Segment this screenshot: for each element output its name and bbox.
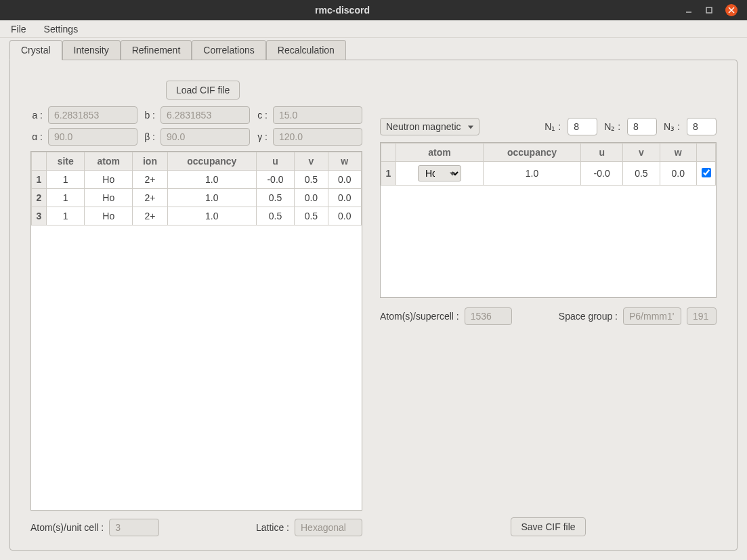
svg-rect-1 <box>706 7 712 13</box>
space-group-label: Space group : <box>559 311 618 322</box>
tab-panel-crystal: Load CIF file a : b : c : α : β : <box>9 60 738 551</box>
c-label: c : <box>255 110 268 121</box>
col-v: v <box>295 152 328 171</box>
space-group-field <box>623 307 681 325</box>
a-field <box>48 106 137 124</box>
save-cif-button[interactable]: Save CIF file <box>511 517 585 536</box>
n3-label: N₃ : <box>664 121 680 132</box>
tab-bar: Crystal Intensity Refinement Correlation… <box>9 38 738 60</box>
b-field <box>161 106 250 124</box>
lattice-field <box>295 519 362 536</box>
space-group-num-field <box>687 307 717 325</box>
col2-occupancy: occupancy <box>483 144 580 162</box>
col2-atom: atom <box>396 144 484 162</box>
n2-field[interactable] <box>627 118 657 135</box>
col-w: w <box>328 152 361 171</box>
atoms-unit-field <box>109 519 159 536</box>
menu-file[interactable]: File <box>7 22 30 36</box>
col2-w: w <box>660 144 696 162</box>
col-atom: atom <box>85 152 133 171</box>
alpha-label: α : <box>30 131 43 142</box>
table-row[interactable]: 11Ho2+1.0-0.00.50.0 <box>32 171 362 189</box>
table-row[interactable]: 21Ho2+1.00.50.00.0 <box>32 189 362 207</box>
close-icon[interactable] <box>725 4 738 16</box>
n1-field[interactable] <box>568 118 597 135</box>
window-title: rmc-discord <box>0 5 685 16</box>
tab-recalculation[interactable]: Recalculation <box>266 40 346 60</box>
minimize-icon[interactable] <box>685 6 693 14</box>
tab-refinement[interactable]: Refinement <box>121 40 192 60</box>
col-u: u <box>256 152 294 171</box>
atoms-supercell-label: Atom(s)/supercell : <box>380 311 459 322</box>
menu-settings[interactable]: Settings <box>40 22 83 36</box>
beta-label: β : <box>143 131 155 142</box>
table-row[interactable]: 31Ho2+1.00.50.50.0 <box>32 207 362 225</box>
col2-u: u <box>581 144 623 162</box>
n1-label: N₁ : <box>545 121 561 132</box>
table-row[interactable]: 1Ho2+1.0-0.00.50.0 <box>381 162 716 186</box>
row-checkbox[interactable] <box>702 168 711 177</box>
maximize-icon[interactable] <box>705 6 713 14</box>
gamma-field <box>273 128 362 146</box>
unit-cell-table[interactable]: site atom ion occupancy u v w 11Ho2+1.0-… <box>30 151 362 511</box>
tab-crystal[interactable]: Crystal <box>9 40 62 60</box>
atoms-supercell-field <box>465 307 512 325</box>
col-site: site <box>47 152 85 171</box>
tab-intensity[interactable]: Intensity <box>62 40 121 60</box>
col-occupancy: occupancy <box>167 152 256 171</box>
menubar: File Settings <box>0 20 747 38</box>
n3-field[interactable] <box>687 118 717 135</box>
lattice-label: Lattice : <box>256 522 289 533</box>
supercell-table[interactable]: atom occupancy u v w 1Ho2+1.0-0.00.50.0 <box>380 142 717 298</box>
alpha-field <box>48 128 137 146</box>
beta-field <box>161 128 250 146</box>
c-field <box>273 106 362 124</box>
n2-label: N₂ : <box>604 121 620 132</box>
a-label: a : <box>30 110 43 121</box>
scattering-select[interactable]: Neutron magnetic <box>380 118 479 135</box>
col-ion: ion <box>133 152 168 171</box>
tab-correlations[interactable]: Correlations <box>192 40 265 60</box>
title-bar: rmc-discord <box>0 0 747 20</box>
load-cif-button[interactable]: Load CIF file <box>166 81 240 100</box>
atom-select[interactable]: Ho2+ <box>418 165 461 181</box>
atoms-unit-label: Atom(s)/unit cell : <box>30 522 104 533</box>
gamma-label: γ : <box>255 131 268 142</box>
b-label: b : <box>143 110 155 121</box>
col2-v: v <box>623 144 660 162</box>
